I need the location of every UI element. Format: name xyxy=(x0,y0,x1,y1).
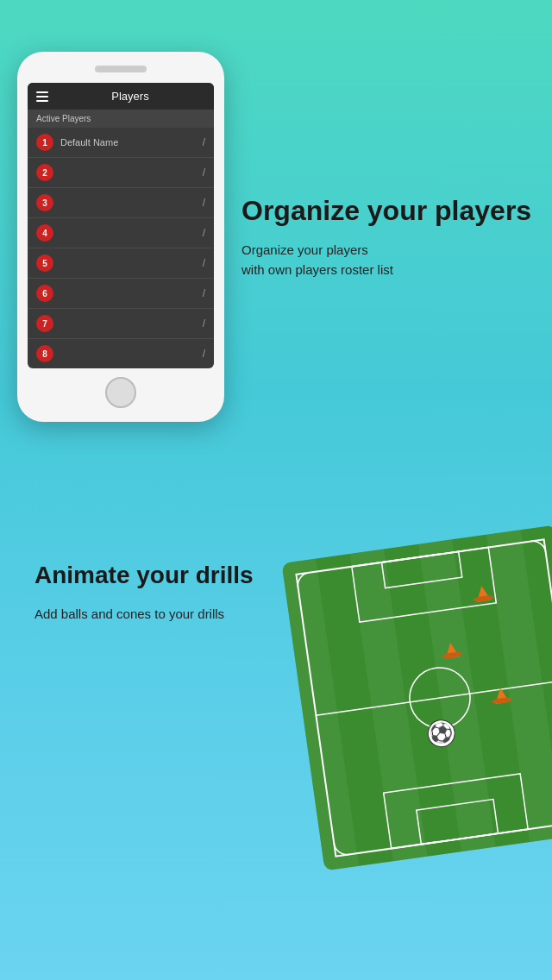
player-name: Default Name xyxy=(60,137,196,148)
players-list: 1Default Name/2/3/4/5/6/7/8/ xyxy=(28,128,214,368)
organize-desc-line2: with own players roster list xyxy=(242,262,393,277)
organize-text-block: Organize your players Organize your play… xyxy=(242,194,535,280)
soccer-field-container: ⚽ xyxy=(282,525,552,870)
player-number-badge: 2 xyxy=(36,164,53,181)
player-edit-icon[interactable]: / xyxy=(203,287,205,299)
organize-description: Organize your players with own players r… xyxy=(242,241,535,280)
player-row[interactable]: 6/ xyxy=(28,279,214,309)
active-players-label: Active Players xyxy=(28,110,214,128)
animate-description: Add balls and cones to your drills xyxy=(34,605,276,625)
phone-mockup: Players Active Players 1Default Name/2/3… xyxy=(17,52,224,422)
player-edit-icon[interactable]: / xyxy=(203,166,205,179)
section-animate: Animate your drills Add balls and cones … xyxy=(0,525,552,625)
player-row[interactable]: 1Default Name/ xyxy=(28,128,214,158)
player-number-badge: 7 xyxy=(36,315,53,332)
player-number-badge: 3 xyxy=(36,194,53,211)
cone-1 xyxy=(474,585,490,602)
phone-speaker xyxy=(95,66,147,72)
app-title: Players xyxy=(55,90,205,103)
animate-heading: Animate your drills xyxy=(34,560,276,591)
player-row[interactable]: 7/ xyxy=(28,309,214,339)
player-edit-icon[interactable]: / xyxy=(203,227,205,239)
svg-rect-3 xyxy=(486,530,552,842)
player-number-badge: 8 xyxy=(36,345,53,362)
player-edit-icon[interactable]: / xyxy=(203,317,205,330)
player-edit-icon[interactable]: / xyxy=(203,257,205,269)
player-number-badge: 6 xyxy=(36,285,53,302)
phone-screen: Players Active Players 1Default Name/2/3… xyxy=(28,83,214,368)
player-edit-icon[interactable]: / xyxy=(203,197,205,209)
player-row[interactable]: 3/ xyxy=(28,188,214,218)
cone-3 xyxy=(493,687,509,704)
player-number-badge: 5 xyxy=(36,254,53,272)
organize-desc-line1: Organize your players xyxy=(242,242,368,257)
cone-2 xyxy=(443,642,459,659)
player-edit-icon[interactable]: / xyxy=(203,136,205,148)
player-row[interactable]: 8/ xyxy=(28,339,214,368)
player-row[interactable]: 5/ xyxy=(28,248,214,279)
menu-icon[interactable] xyxy=(36,91,48,102)
player-number-badge: 4 xyxy=(36,224,53,242)
player-row[interactable]: 2/ xyxy=(28,158,214,188)
soccer-field: ⚽ xyxy=(282,525,552,870)
organize-heading: Organize your players xyxy=(242,194,535,227)
divider xyxy=(0,456,552,525)
animate-text-block: Animate your drills Add balls and cones … xyxy=(34,560,276,625)
player-row[interactable]: 4/ xyxy=(28,218,214,248)
player-number-badge: 1 xyxy=(36,134,53,151)
app-header: Players xyxy=(28,83,214,110)
home-button[interactable] xyxy=(105,377,136,408)
section-organize: Players Active Players 1Default Name/2/3… xyxy=(0,0,552,456)
player-edit-icon[interactable]: / xyxy=(203,348,205,360)
